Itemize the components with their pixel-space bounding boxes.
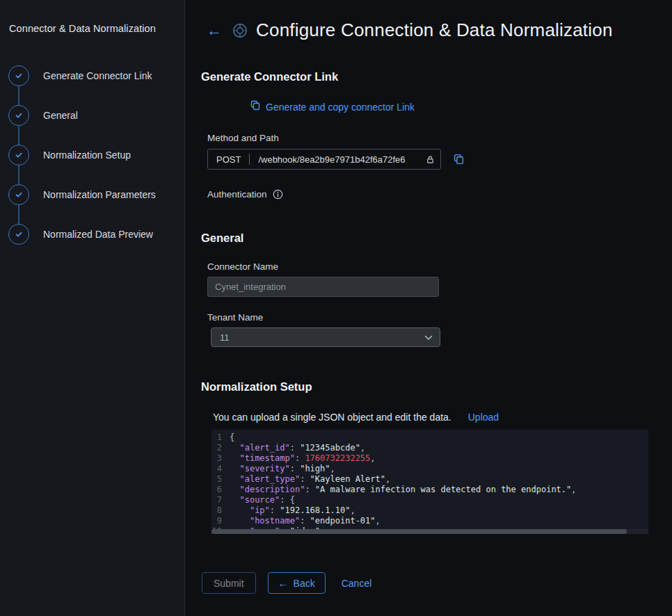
upload-row: You can upload a single JSON object and … — [213, 412, 672, 423]
step-completed-check-icon — [8, 184, 29, 205]
step-label: Normalization Parameters — [43, 184, 156, 205]
back-button[interactable]: ← Back — [268, 572, 326, 594]
step-label: Generate Connector Link — [43, 65, 152, 86]
code-line: 4 "severity": "high", — [211, 464, 648, 474]
code-line: 1{ — [211, 432, 648, 443]
method-path-input[interactable]: POST /webhook/8ea2b9e7971b42f6a72fe6 — [207, 149, 441, 170]
tenant-name-value: 11 — [220, 332, 230, 343]
code-line: 7 "source": { — [211, 495, 648, 505]
step-label: General — [43, 105, 78, 126]
divider — [249, 154, 250, 165]
generate-copy-link[interactable]: Generate and copy connector Link — [250, 100, 672, 113]
copy-path-button[interactable] — [454, 154, 464, 165]
lock-icon — [426, 155, 435, 164]
sidebar-title: Connector & Data Normalization — [0, 0, 184, 34]
json-editor[interactable]: 1{2 "alert_id": "12345abcde",3 "timestam… — [211, 430, 648, 534]
back-arrow-icon[interactable]: ← — [207, 23, 222, 38]
normalization-section-heading: Normalization Setup — [201, 380, 672, 394]
code-line: 6 "description": "A malware infection wa… — [211, 485, 648, 495]
path-value: /webhook/8ea2b9e7971b42f6a72fe6 — [258, 154, 424, 165]
step-completed-check-icon — [8, 65, 29, 86]
code-line: 3 "timestamp": 1760732232255, — [211, 453, 648, 464]
generate-copy-link-label: Generate and copy connector Link — [266, 102, 415, 113]
method-path-label: Method and Path — [207, 133, 672, 143]
step-normalization-setup[interactable]: Normalization Setup — [0, 145, 184, 184]
generate-connector-section: Generate Connector Link Generate and cop… — [201, 70, 672, 200]
step-label: Normalization Setup — [43, 145, 131, 165]
tenant-name-select[interactable]: 11 — [211, 327, 440, 347]
page-header: ← Configure Connection & Data Normalizat… — [207, 19, 672, 41]
upload-hint-text: You can upload a single JSON object and … — [213, 412, 451, 423]
step-completed-check-icon — [8, 224, 29, 245]
general-section: General Connector Name Tenant Name 11 — [201, 232, 672, 347]
general-section-heading: General — [201, 232, 672, 245]
cancel-button[interactable]: Cancel — [337, 572, 376, 594]
step-completed-check-icon — [8, 105, 29, 126]
method-path-row: POST /webhook/8ea2b9e7971b42f6a72fe6 — [207, 149, 672, 170]
authentication-row: Authentication — [207, 189, 672, 200]
main-content: ← Configure Connection & Data Normalizat… — [185, 0, 672, 616]
sidebar: Connector & Data Normalization Generate … — [0, 0, 185, 616]
normalization-setup-section: Normalization Setup You can upload a sin… — [201, 380, 672, 534]
copy-icon — [250, 100, 260, 113]
footer-actions: Submit ← Back Cancel — [201, 572, 672, 594]
chevron-down-icon — [424, 332, 433, 343]
step-normalization-parameters[interactable]: Normalization Parameters — [0, 184, 184, 224]
code-line: 2 "alert_id": "12345abcde", — [211, 443, 648, 453]
scrollbar-thumb[interactable] — [211, 529, 627, 534]
stepper: Generate Connector Link General Normaliz… — [0, 65, 184, 264]
upload-link[interactable]: Upload — [468, 412, 499, 423]
code-line: 8 "ip": "192.168.1.10", — [211, 505, 648, 516]
step-generate-connector-link[interactable]: Generate Connector Link — [0, 65, 184, 105]
step-completed-check-icon — [8, 145, 29, 165]
connector-name-input[interactable] — [207, 277, 439, 297]
horizontal-scrollbar[interactable] — [211, 529, 648, 534]
page-title: Configure Connection & Data Normalizatio… — [256, 19, 613, 41]
step-general[interactable]: General — [0, 105, 184, 145]
generate-section-heading: Generate Connector Link — [201, 70, 672, 83]
code-line: 5 "alert_type": "Kayleen Alert", — [211, 474, 648, 485]
back-button-label: Back — [294, 578, 315, 589]
step-label: Normalized Data Preview — [43, 224, 153, 245]
app-window: Connector & Data Normalization Generate … — [0, 0, 672, 616]
connector-name-label: Connector Name — [207, 261, 672, 272]
info-icon[interactable] — [273, 189, 283, 200]
authentication-label: Authentication — [207, 189, 267, 200]
submit-button[interactable]: Submit — [202, 572, 256, 594]
tenant-name-label: Tenant Name — [207, 312, 672, 323]
code-lines: 1{2 "alert_id": "12345abcde",3 "timestam… — [211, 432, 648, 534]
back-arrow-icon: ← — [278, 578, 289, 588]
connector-logo-icon — [232, 23, 248, 38]
method-value: POST — [216, 154, 241, 165]
code-line: 9 "hostname": "endpoint-01", — [211, 516, 648, 526]
step-normalized-data-preview[interactable]: Normalized Data Preview — [0, 224, 184, 264]
